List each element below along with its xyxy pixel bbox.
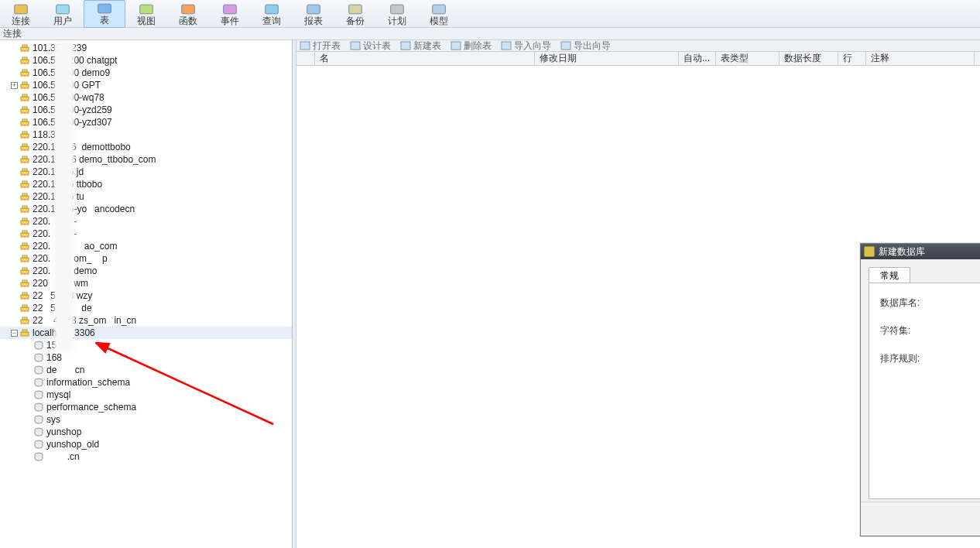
grid-col-修改日期[interactable]: 修改日期 bbox=[535, 52, 679, 65]
tree-database[interactable]: 168 bbox=[0, 351, 292, 364]
tree-database[interactable]: yunshop bbox=[0, 426, 292, 438]
tree-connection[interactable]: 22 40.28 zs_om in_cn bbox=[0, 314, 292, 327]
tree-item-label: yunshop bbox=[46, 426, 81, 437]
tree-connection[interactable]: 220. 28 - bbox=[0, 228, 292, 240]
sub-open-table-label: 打开表 bbox=[313, 39, 341, 53]
svg-rect-45 bbox=[21, 258, 29, 262]
toolbar-connection-label: 连接 bbox=[12, 16, 30, 26]
tree-connection[interactable]: 220. 28 ao_com bbox=[0, 240, 292, 252]
toolbar-query[interactable]: 查询 bbox=[251, 0, 293, 28]
tree-connection[interactable]: 220. 28 - bbox=[0, 215, 292, 228]
toolbar-view[interactable]: 视图 bbox=[125, 0, 167, 28]
sub-export-wizard[interactable]: 导出向导 bbox=[560, 39, 611, 53]
tree-connection[interactable]: 106.5 200-yzd307 bbox=[0, 116, 292, 128]
tree-connection[interactable]: 220.1 26 ttbobo bbox=[0, 178, 292, 190]
svg-rect-50 bbox=[22, 280, 27, 283]
tree-database[interactable]: information_schema bbox=[0, 376, 292, 389]
tree-expander-icon[interactable]: + bbox=[11, 82, 18, 89]
tree-database[interactable]: de cn bbox=[0, 364, 292, 376]
sub-open-table[interactable]: 打开表 bbox=[300, 39, 341, 53]
svg-rect-9 bbox=[391, 5, 404, 14]
toolbar-table-label: 表 bbox=[100, 15, 109, 26]
grid-header: 名修改日期自动...表类型数据长度行注释 bbox=[296, 52, 980, 66]
toolbar-table[interactable]: 表 bbox=[84, 0, 125, 28]
tree-connection[interactable]: 220. 28 om_ p bbox=[0, 252, 292, 265]
sub-design-table[interactable]: 设计表 bbox=[350, 39, 391, 53]
svg-rect-1 bbox=[57, 5, 70, 14]
tree-connection[interactable]: 220.1 26 demottbobo bbox=[0, 141, 292, 153]
svg-rect-70 bbox=[351, 42, 360, 50]
toolbar-function[interactable]: 函数 bbox=[167, 0, 209, 28]
tree-connection[interactable]: 220. 28 demo bbox=[0, 265, 292, 277]
tree-connection[interactable]: 106.5 .200 demo9 bbox=[0, 67, 292, 79]
svg-rect-16 bbox=[22, 70, 27, 72]
tree-database[interactable]: 157 bbox=[0, 339, 292, 351]
tree-item-label: 220.1 26 demo_ttbobo_com bbox=[33, 154, 156, 165]
tree-item-label: performance_schema bbox=[46, 402, 136, 413]
svg-rect-33 bbox=[21, 183, 29, 187]
toolbar-connection[interactable]: 连接 bbox=[0, 0, 42, 28]
sub-import-wizard[interactable]: 导入向导 bbox=[501, 39, 551, 53]
toolbar-report[interactable]: 报表 bbox=[293, 0, 334, 28]
toolbar-user[interactable]: 用户 bbox=[42, 0, 84, 28]
tree-connection[interactable]: 106.5 200-yzd259 bbox=[0, 104, 292, 116]
svg-rect-4 bbox=[182, 5, 195, 14]
dialog-tab-general[interactable]: 常规 bbox=[869, 267, 910, 283]
toolbar-event[interactable]: 事件 bbox=[209, 0, 251, 28]
tree-connection[interactable]: 101.35 239 bbox=[0, 42, 292, 54]
svg-rect-10 bbox=[433, 5, 446, 14]
tree-connection[interactable]: 220.1 26 jd bbox=[0, 166, 292, 178]
tree-connection[interactable]: 220 28 wm bbox=[0, 277, 292, 289]
tree-connection[interactable]: +106.5 200 GPT bbox=[0, 79, 292, 91]
toolbar-model[interactable]: 模型 bbox=[418, 0, 460, 28]
tree-connection[interactable]: 22 5. 28 wzy bbox=[0, 289, 292, 302]
svg-rect-21 bbox=[21, 109, 29, 113]
dialog-titlebar[interactable]: 新建数据库 ✕ bbox=[861, 244, 980, 259]
tree-connection[interactable]: 106.5 200-wq78 bbox=[0, 91, 292, 104]
tree-database[interactable]: performance_schema bbox=[0, 401, 292, 413]
tree-item-label: 22 40.28 zs_om in_cn bbox=[33, 315, 136, 326]
grid-col-自动...[interactable]: 自动... bbox=[679, 52, 716, 65]
tree-connection[interactable]: 220.1 26-yo ancodecn bbox=[0, 203, 292, 215]
tree-database[interactable]: .cn bbox=[0, 450, 292, 463]
dialog-tabstrip: 常规 bbox=[869, 265, 980, 283]
tree-database[interactable]: sys bbox=[0, 413, 292, 426]
grid-col-注释[interactable]: 注释 bbox=[866, 52, 975, 65]
toolbar-backup[interactable]: 备份 bbox=[334, 0, 376, 28]
tree-expander-icon[interactable]: − bbox=[11, 330, 18, 337]
sub-delete-table-label: 删除表 bbox=[464, 39, 492, 53]
grid-col-表类型[interactable]: 表类型 bbox=[716, 52, 780, 65]
sub-delete-table[interactable]: 删除表 bbox=[451, 39, 492, 53]
svg-rect-48 bbox=[22, 268, 27, 270]
grid-col-blank[interactable] bbox=[296, 52, 315, 65]
svg-rect-19 bbox=[21, 97, 29, 101]
right-panel: 打开表设计表新建表删除表导入向导导出向导 名修改日期自动...表类型数据长度行注… bbox=[296, 40, 980, 548]
svg-rect-7 bbox=[307, 5, 320, 14]
connection-tree[interactable]: 101.35 239106.5 4.200 chatgpt106.5 .200 … bbox=[0, 40, 292, 463]
sub-design-table-label: 设计表 bbox=[363, 39, 391, 53]
tree-database[interactable]: mysql bbox=[0, 389, 292, 401]
toolbar-schedule[interactable]: 计划 bbox=[376, 0, 418, 28]
toolbar-backup-label: 备份 bbox=[346, 16, 365, 26]
connection-tree-panel: 101.35 239106.5 4.200 chatgpt106.5 .200 … bbox=[0, 40, 293, 548]
sub-new-table[interactable]: 新建表 bbox=[400, 39, 441, 53]
tree-connection[interactable]: 22 5 de bbox=[0, 302, 292, 314]
tree-connection[interactable]: 106.5 4.200 chatgpt bbox=[0, 54, 292, 67]
tree-connection[interactable]: 220.1 26 tu bbox=[0, 190, 292, 203]
svg-rect-20 bbox=[22, 94, 27, 97]
grid-col-名[interactable]: 名 bbox=[315, 52, 535, 65]
grid-col-行[interactable]: 行 bbox=[838, 52, 866, 65]
svg-rect-15 bbox=[21, 72, 29, 76]
svg-rect-69 bbox=[300, 42, 310, 50]
tree-database[interactable]: yunshop_old bbox=[0, 438, 292, 450]
svg-rect-39 bbox=[21, 221, 29, 224]
svg-rect-27 bbox=[21, 146, 29, 150]
tree-connection[interactable]: −localhost_3306 bbox=[0, 327, 292, 339]
tree-connection[interactable]: 118.3 bbox=[0, 128, 292, 141]
sub-new-table-label: 新建表 bbox=[413, 39, 441, 53]
left-panel-header-label: 连接 bbox=[3, 27, 22, 40]
tree-item-label: 118.3 bbox=[33, 129, 56, 140]
grid-col-数据长度[interactable]: 数据长度 bbox=[780, 52, 838, 65]
svg-rect-41 bbox=[21, 233, 29, 237]
tree-connection[interactable]: 220.1 26 demo_ttbobo_com bbox=[0, 153, 292, 166]
